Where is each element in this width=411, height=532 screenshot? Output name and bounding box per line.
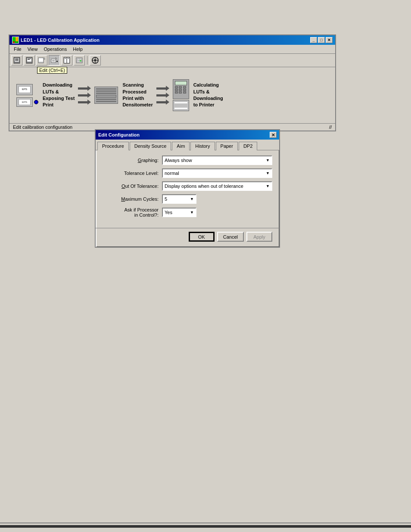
tolerance-row: Tolerance Level: normal ▼	[103, 168, 272, 178]
workflow-step-1: EPS EPS Downloading	[16, 82, 75, 109]
step1-icons: EPS EPS	[16, 84, 38, 107]
tab-history[interactable]: History	[190, 142, 215, 150]
cancel-button[interactable]: Cancel	[217, 232, 244, 242]
tab-aim[interactable]: Aim	[172, 142, 190, 150]
svg-rect-24	[68, 58, 69, 59]
scanner-stripe3	[96, 93, 116, 94]
out-of-tolerance-select[interactable]: Display options when out of tolerance ▼	[162, 181, 272, 191]
max-label-rest: aximum Cycles:	[125, 196, 159, 202]
out-of-tolerance-label: Out Of Tolerance:	[103, 184, 159, 189]
toolbar-btn-1[interactable]	[11, 55, 22, 65]
calc-key-5	[179, 89, 182, 91]
graphing-row: Graphing: Always show ▼	[103, 156, 272, 165]
toolbar-btn-2[interactable]	[24, 55, 35, 65]
title-bar-controls: _ □ ✕	[310, 37, 333, 43]
arrow1-bar3	[78, 101, 87, 103]
arrow2-graphic	[156, 86, 169, 105]
svg-rect-15	[51, 59, 56, 62]
ok-button[interactable]: OK	[189, 232, 215, 242]
max-cycles-select[interactable]: 5 ▼	[162, 194, 196, 204]
toolbar-btn-3[interactable]	[36, 55, 47, 65]
arrow1-bar1	[78, 87, 87, 90]
max-cycles-label: Maximum Cycles:	[103, 196, 159, 202]
step2-visual	[94, 87, 118, 104]
tab-paper[interactable]: Paper	[216, 142, 238, 150]
menu-bar: File View Operations Help	[9, 45, 335, 54]
tolerance-select-arrow: ▼	[266, 171, 270, 175]
graphing-label-g: G	[138, 158, 142, 163]
step1-led-dot	[34, 100, 38, 104]
toolbar-btn-5[interactable]	[74, 55, 85, 65]
ask-processor-select[interactable]: Yes ▼	[162, 208, 196, 217]
svg-rect-5	[15, 59, 19, 59]
max-cycles-value: 5	[165, 196, 167, 202]
step1-computer-top: EPS	[16, 84, 33, 95]
graphing-value: Always show	[165, 158, 192, 163]
arrow1-graphic	[78, 86, 91, 105]
arrow2-bar2	[156, 94, 166, 96]
calc-keys	[175, 86, 187, 93]
tolerance-select[interactable]: normal ▼	[162, 168, 272, 178]
tab-density-source[interactable]: Density Source	[130, 142, 171, 150]
minimize-button[interactable]: _	[310, 37, 317, 43]
scanner-stripe4	[96, 99, 116, 100]
apply-button[interactable]: Apply	[246, 232, 272, 242]
graphing-label: Graphing:	[103, 158, 159, 163]
maximize-button[interactable]: □	[318, 37, 325, 43]
svg-marker-29	[80, 60, 81, 62]
step3-calc	[173, 79, 189, 99]
step1-computer-bottom-row: EPS	[16, 97, 38, 107]
arrow1-middle	[78, 93, 91, 98]
tolerance-label-text: Tolerance Level:	[124, 171, 159, 176]
bottom-bar	[0, 525, 411, 528]
dialog-title-text: Edit Configuration	[98, 132, 140, 137]
tab-dp2[interactable]: DP2	[239, 142, 257, 150]
tab-bar: Procedure Density Source Aim History Pap…	[96, 140, 279, 150]
toolbar-btn-circle[interactable]	[90, 55, 101, 65]
menu-file[interactable]: File	[11, 46, 24, 53]
svg-rect-19	[56, 61, 58, 62]
toolbar-btn-4[interactable]	[61, 55, 72, 65]
arrow1-bar2	[78, 94, 87, 96]
graphing-select[interactable]: Always show ▼	[162, 156, 272, 165]
ask-processor-value: Yes	[165, 210, 172, 215]
workflow-step-3: Calculating LUTs & Downloading to Printe…	[173, 79, 223, 111]
tolerance-label: Tolerance Level:	[103, 171, 159, 176]
step2-scanner	[94, 87, 118, 104]
step3-printer	[173, 100, 189, 111]
step-arrow-2	[156, 86, 169, 105]
menu-view[interactable]: View	[25, 46, 40, 53]
graphing-label-rest: raphing:	[141, 158, 159, 163]
toolbar-tooltip: Edit (Ctrl+E)	[37, 67, 67, 74]
printer-base	[174, 108, 187, 109]
arrow2-bar3	[156, 101, 166, 103]
svg-marker-16	[56, 57, 57, 59]
dialog-overlay: Edit Configuration ✕ Procedure Density S…	[95, 129, 280, 248]
menu-help[interactable]: Help	[70, 46, 85, 53]
step-arrow-1	[78, 86, 91, 105]
max-label-m: M	[121, 196, 125, 202]
arrow2-bottom	[156, 100, 169, 105]
svg-rect-11	[28, 59, 30, 60]
calc-key-1	[175, 86, 178, 88]
title-bar: LED1 - LED Calibration Application _ □ ✕	[9, 35, 335, 45]
out-of-tolerance-arrow: ▼	[266, 184, 270, 188]
calc-key-9	[183, 91, 186, 93]
status-text: Edit calibration configuration	[13, 124, 72, 130]
arrow1-top	[78, 86, 91, 91]
step1-label: Downloading LUTs & Exposing Test Print	[43, 82, 75, 109]
edit-config-dialog: Edit Configuration ✕ Procedure Density S…	[95, 129, 280, 248]
out-of-tolerance-value: Display options when out of tolerance	[165, 184, 243, 189]
arrow2-head2	[166, 93, 169, 98]
tab-procedure[interactable]: Procedure	[97, 142, 129, 150]
svg-rect-7	[15, 60, 19, 61]
graphing-select-arrow: ▼	[266, 158, 270, 162]
toolbar-btn-edit[interactable]	[49, 55, 60, 65]
close-button[interactable]: ✕	[326, 37, 333, 43]
calc-key-8	[179, 91, 182, 93]
step1-visual: EPS EPS	[16, 84, 38, 107]
dialog-close-button[interactable]: ✕	[270, 132, 277, 138]
svg-rect-26	[78, 59, 79, 60]
menu-operations[interactable]: Operations	[41, 46, 69, 53]
workflow-step-2: Scanning Processed Print with Densitomet…	[94, 82, 153, 109]
